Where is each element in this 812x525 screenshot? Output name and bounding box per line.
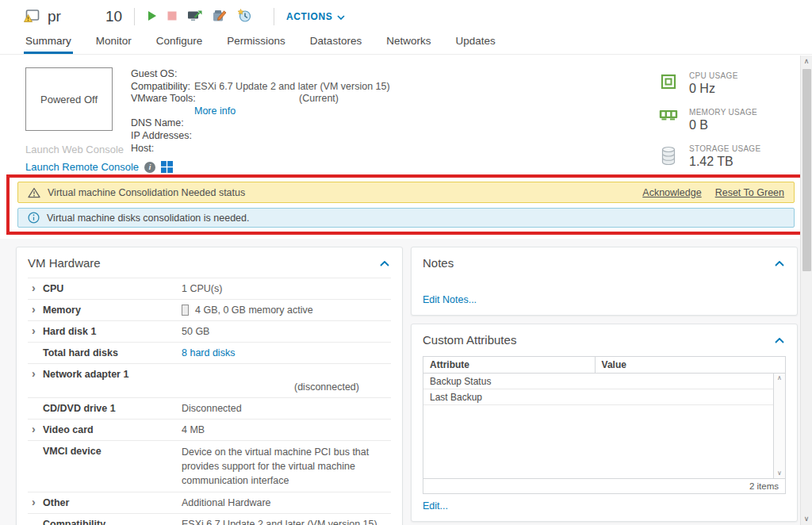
hw-label-text: VMCI device [43,445,102,458]
scrollbar-thumb[interactable] [802,69,811,271]
network-status-value: (disconnected) [294,381,391,393]
vmware-tools-status: (Current) [299,93,339,104]
info-banner-text: Virtual machine disks consolidation is n… [47,213,249,224]
collapse-panel-button[interactable] [773,255,786,270]
vm-warning-icon [24,10,40,24]
attribute-row-last-backup[interactable]: Last Backup [423,389,773,405]
chevron-up-icon [380,257,389,269]
hw-row-hard-disk-1: ›Hard disk 1 50 GB [28,320,391,342]
stat-label: MEMORY USAGE [689,107,757,117]
hw-value-text: 4 MB [182,423,391,436]
memory-chip-icon [182,305,189,316]
column-header-value[interactable]: Value [596,357,785,373]
tab-configure[interactable]: Configure [155,33,205,54]
hw-label-text: CD/DVD drive 1 [43,402,116,415]
expand-chevron-icon[interactable]: › [28,304,43,316]
summary-content: Powered Off Launch Web Console Launch Re… [0,56,812,525]
edit-settings-button[interactable] [213,10,227,24]
cpu-usage-stat: CPU USAGE 0 Hz [658,71,785,97]
info-circle-icon [28,212,40,224]
tab-permissions[interactable]: Permissions [225,33,287,54]
stat-label: STORAGE USAGE [689,144,760,154]
field-label: Host: [131,143,194,155]
hw-row-cpu: ›CPU 1 CPU(s) [28,278,391,299]
launch-console-button[interactable] [187,10,202,24]
expand-chevron-icon[interactable]: › [28,423,43,436]
overview-section: Powered Off Launch Web Console Launch Re… [0,56,812,174]
tab-summary[interactable]: Summary [24,33,73,54]
items-count: 2 items [423,478,785,493]
vm-info-fields: Guest OS: Compatibility:ESXi 6.7 Update … [131,67,658,167]
notes-panel: Notes Edit Notes... [411,247,798,316]
edit-attributes-link[interactable]: Edit... [423,500,448,512]
attribute-name: Backup Status [423,374,589,389]
snapshot-button[interactable] [237,10,251,24]
storage-usage-stat: STORAGE USAGE 1.42 TB [658,144,785,170]
storage-icon [658,144,679,170]
collapse-panel-button[interactable] [378,255,391,270]
hw-value-text: Device on the virtual machine PCI bus th… [182,445,391,488]
hw-row-vmci-device: VMCI device Device on the virtual machin… [28,440,391,492]
hw-row-total-hard-disks: Total hard disks 8 hard disks [28,342,391,363]
hw-value-text: Additional Hardware [182,496,391,509]
field-label: Compatibility: [131,81,194,94]
stat-value: 1.42 TB [689,154,760,170]
warning-banner-text: Virtual machine Consolidation Needed sta… [48,187,245,198]
edit-notes-link[interactable]: Edit Notes... [423,294,477,305]
warning-triangle-icon [28,187,40,198]
more-info-link[interactable]: More info [194,105,236,118]
vsphere-vm-summary-page: pr 10 [0,0,812,55]
tab-datastores[interactable]: Datastores [308,33,363,54]
edit-settings-icon [213,10,227,25]
tab-networks[interactable]: Networks [385,33,432,54]
scroll-down-icon[interactable]: ∨ [804,513,810,525]
hw-row-memory: ›Memory 4 GB, 0 GB memory active [28,299,391,320]
scroll-up-icon[interactable]: ∧ [777,374,782,383]
attribute-value [589,389,773,404]
vm-title-bar: pr 10 [0,0,812,33]
table-scrollbar[interactable]: ∧ ∨ [773,374,785,478]
custom-attributes-table: Attribute Value Backup Status Last Back [423,356,786,494]
memory-usage-stat: MEMORY USAGE 0 B [658,107,785,133]
vertical-scrollbar[interactable]: ∧ ∨ [800,56,812,525]
attribute-row-backup-status[interactable]: Backup Status [423,374,773,389]
chevron-up-icon [775,257,784,269]
expand-chevron-icon[interactable]: › [28,496,43,509]
acknowledge-link[interactable]: Acknowledge [642,187,701,198]
vm-console-thumbnail[interactable]: Powered Off [25,67,113,131]
collapse-panel-button[interactable] [773,332,786,347]
hw-value-text: 1 CPU(s) [182,282,391,295]
launch-remote-console-link[interactable]: Launch Remote Console [25,161,139,173]
hw-value-text: 50 GB [182,325,391,338]
power-off-button[interactable] [167,10,177,24]
hw-row-video-card: ›Video card 4 MB [28,419,391,440]
stat-label: CPU USAGE [689,71,738,81]
expand-chevron-icon[interactable]: › [28,282,43,295]
power-state-label: Powered Off [40,94,98,105]
column-header-attribute[interactable]: Attribute [423,357,596,373]
hw-label-text: Hard disk 1 [43,325,96,338]
panel-title: Custom Attributes [423,333,516,347]
actions-menu-button[interactable]: ACTIONS [286,11,345,22]
tab-monitor[interactable]: Monitor [94,33,133,54]
stat-value: 0 B [689,117,757,133]
hw-value-text: Disconnected [182,402,391,415]
reset-to-green-link[interactable]: Reset To Green [715,187,784,198]
vm-name-badge: 10 [105,8,122,25]
actions-label: ACTIONS [286,11,332,22]
hardware-table: ›CPU 1 CPU(s) ›Memory 4 GB, 0 GB memory … [28,278,391,525]
alerts-section: Virtual machine Consolidation Needed sta… [0,174,812,239]
panel-title: Notes [423,256,454,270]
vm-tabs: Summary Monitor Configure Permissions Da… [0,33,812,55]
tab-updates[interactable]: Updates [454,33,496,54]
hw-row-compatibility: Compatibility ESXi 6.7 Update 2 and late… [28,513,391,525]
power-on-button[interactable] [147,10,157,24]
hw-value-text: 4 GB, 0 GB memory active [195,305,313,316]
scroll-down-icon[interactable]: ∨ [777,469,782,478]
hw-label-text: Compatibility [43,518,105,525]
attribute-value [589,374,773,389]
expand-chevron-icon[interactable]: › [28,368,43,381]
expand-chevron-icon[interactable]: › [28,325,43,338]
scroll-up-icon[interactable]: ∧ [804,56,810,67]
hard-disks-link[interactable]: 8 hard disks [182,347,235,358]
